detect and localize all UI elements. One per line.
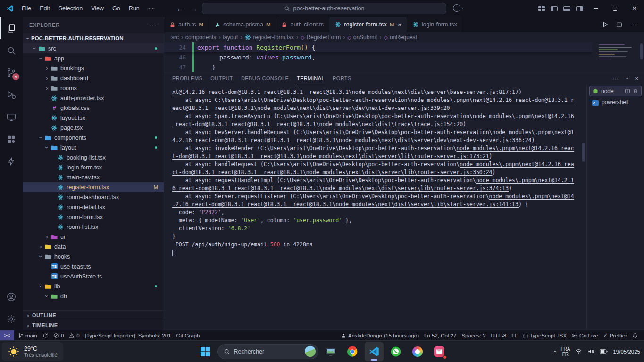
toggle-sidebar-icon[interactable] <box>548 0 560 17</box>
clock-date[interactable]: 19/05/2025 <box>613 349 640 354</box>
app-photos[interactable] <box>408 342 427 361</box>
tree-item-components[interactable]: ›components <box>23 133 164 143</box>
tree-item-login-form.tsx[interactable]: ›login-form.tsx <box>23 162 164 172</box>
explorer-icon[interactable] <box>0 17 23 39</box>
menu-overflow[interactable]: ··· <box>144 0 159 17</box>
editor-scrollbar[interactable] <box>640 43 643 59</box>
close-window-button[interactable]: × <box>625 0 644 17</box>
status-language-mode[interactable]: { } TypeScript JSX <box>521 330 569 341</box>
tree-item-page.tsx[interactable]: ›page.tsx <box>23 123 164 133</box>
tab-login-form.tsx[interactable]: login-form.tsx <box>407 17 463 32</box>
menu-edit[interactable]: Edit <box>35 0 54 17</box>
breadcrumb-onSubmit[interactable]: ◇onSubmit <box>347 34 377 41</box>
run-debug-icon[interactable] <box>0 84 23 106</box>
breadcrumb-components[interactable]: components <box>185 34 216 41</box>
breadcrumb-layout[interactable]: layout <box>223 34 238 41</box>
status-branch[interactable]: main <box>16 330 40 341</box>
tab-register-form.tsx[interactable]: register-form.tsxM× <box>329 17 407 32</box>
account-menu[interactable]: › <box>453 4 464 12</box>
forward-icon[interactable]: → <box>191 5 198 13</box>
start-button[interactable] <box>196 342 215 361</box>
status-prettier[interactable]: ✓Prettier <box>601 330 629 341</box>
tree-item-layout[interactable]: ›layout <box>23 143 164 152</box>
menu-run[interactable]: Run <box>125 0 144 17</box>
source-control-icon[interactable]: 5 <box>0 61 23 84</box>
close-icon[interactable]: × <box>398 21 401 28</box>
search-sidebar-icon[interactable] <box>0 39 23 61</box>
minimap[interactable] <box>599 44 636 71</box>
app-whatsapp[interactable] <box>386 342 405 361</box>
app-vscode[interactable] <box>365 342 384 361</box>
tree-item-booking-list.tsx[interactable]: ›booking-list.tsx <box>23 152 164 162</box>
tree-item-room-detail.tsx[interactable]: ›room-detail.tsx <box>23 202 164 212</box>
breadcrumb-register-form.tsx[interactable]: register-form.tsx <box>244 34 294 41</box>
back-icon[interactable]: ← <box>176 5 184 13</box>
battery-icon[interactable] <box>600 349 608 354</box>
tree-item-register-form.tsx[interactable]: ›register-form.tsxM <box>23 182 164 192</box>
volume-icon[interactable] <box>587 348 594 355</box>
panel-tab-output[interactable]: OUTPUT <box>210 72 233 84</box>
status-ts-importer[interactable]: [TypeScript Importer]: Symbols: 201 <box>83 330 174 341</box>
kill-terminal-icon[interactable] <box>633 88 638 94</box>
status-warnings[interactable]: 0 <box>67 330 82 341</box>
tab-auth-client.ts[interactable]: auth-client.ts <box>276 17 329 32</box>
terminal-area[interactable]: xt@14.2.16_react-dom@18.3.1_react@18.3.1… <box>164 84 586 330</box>
outline-section[interactable]: ›OUTLINE <box>23 310 164 320</box>
terminal-scrollbar[interactable] <box>582 143 585 162</box>
tree-item-room-dashboard.tsx[interactable]: ›room-dashboard.tsx <box>23 192 164 202</box>
app-mail[interactable] <box>430 342 449 361</box>
tree-item-layout.tsx[interactable]: ›layout.tsx <box>23 113 164 123</box>
remote-indicator[interactable]: >< <box>0 330 14 340</box>
status-sync[interactable] <box>40 330 50 341</box>
breadcrumb-src[interactable]: src <box>171 34 179 41</box>
status-errors[interactable]: 0 <box>51 330 66 341</box>
menu-view[interactable]: View <box>87 0 108 17</box>
tree-item-room-form.tsx[interactable]: ›room-form.tsx <box>23 212 164 222</box>
command-center[interactable]: poc-better-auth-reservation <box>202 3 446 14</box>
customize-layout-icon[interactable] <box>535 0 548 17</box>
tree-item-hooks[interactable]: ›hooks <box>23 252 164 261</box>
wifi-icon[interactable] <box>575 348 582 355</box>
terminal-powershell[interactable]: >_powershell <box>589 97 642 108</box>
weather-widget[interactable]: 29°C Très ensoleillé <box>2 342 63 361</box>
hidden-icons-chevron-icon[interactable]: › <box>551 350 558 352</box>
breadcrumb-onRequest[interactable]: ◇onRequest <box>384 34 417 41</box>
thunder-client-icon[interactable] <box>0 150 23 172</box>
status-cursor-position[interactable]: Ln 52, Col 27 <box>422 330 459 341</box>
menu-file[interactable]: File <box>17 0 35 17</box>
terminal-node[interactable]: node <box>589 86 642 96</box>
status-go-live[interactable]: Go Live <box>569 330 601 341</box>
split-terminal-icon[interactable] <box>625 88 630 94</box>
tree-item-room-list.tsx[interactable]: ›room-list.tsx <box>23 222 164 232</box>
tab-auth.ts[interactable]: auth.tsM <box>164 17 209 32</box>
status-encoding[interactable]: UTF-8 <box>489 330 509 341</box>
code-editor[interactable]: 24export function RegisterForm() {46 pas… <box>164 42 592 72</box>
accounts-icon[interactable] <box>0 286 23 308</box>
more-actions-icon[interactable]: ··· <box>612 75 619 82</box>
status-git-graph[interactable]: Git Graph <box>174 330 202 341</box>
tree-item-rooms[interactable]: ›rooms <box>23 83 164 93</box>
maximize-button[interactable] <box>605 0 625 17</box>
toggle-panel-icon[interactable] <box>560 0 573 17</box>
status-indentation[interactable]: Spaces: 2 <box>459 330 488 341</box>
panel-tab-problems[interactable]: PROBLEMS <box>172 72 202 84</box>
tree-item-app[interactable]: ›app <box>23 53 164 63</box>
toggle-secondary-sidebar-icon[interactable] <box>573 0 586 17</box>
tree-item-db[interactable]: ›db <box>23 291 164 301</box>
tree-item-main-nav.tsx[interactable]: ›main-nav.tsx <box>23 172 164 182</box>
split-editor-icon[interactable] <box>616 22 622 28</box>
tree-root[interactable]: › POC-BETTER-AUTH-RESERVATION <box>23 33 164 43</box>
remote-explorer-icon[interactable] <box>0 106 23 128</box>
status-eol[interactable]: LF <box>509 330 520 341</box>
language-switcher[interactable]: FRA FR <box>560 346 570 357</box>
taskbar-search[interactable]: Rechercher <box>217 344 318 359</box>
status-git-blame[interactable]: AristideDongo (15 hours ago) <box>338 330 421 341</box>
panel-tab-terminal[interactable]: TERMINAL <box>297 72 325 84</box>
more-actions-icon[interactable]: ··· <box>149 22 157 28</box>
status-notifications[interactable] <box>630 330 640 341</box>
tree-item-useAuthState.ts[interactable]: ›TSuseAuthState.ts <box>23 271 164 281</box>
panel-tab-debug-console[interactable]: DEBUG CONSOLE <box>241 72 289 84</box>
tree-item-bookings[interactable]: ›bookings <box>23 63 164 73</box>
menu-go[interactable]: Go <box>108 0 125 17</box>
minimize-button[interactable] <box>586 0 605 17</box>
